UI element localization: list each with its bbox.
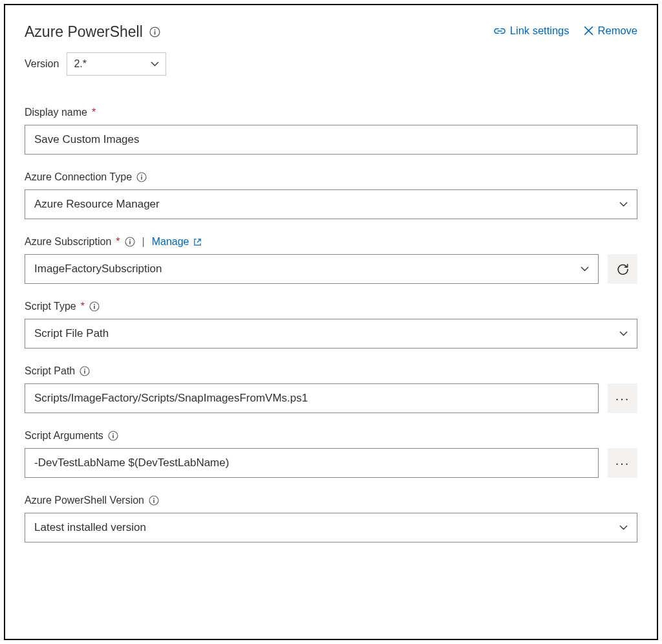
info-icon[interactable] bbox=[149, 27, 160, 38]
ps-version-label: Azure PowerShell Version bbox=[25, 495, 144, 506]
subscription-value: ImageFactorySubscription bbox=[34, 263, 162, 275]
svg-rect-17 bbox=[112, 435, 114, 438]
version-row: Version 2.* bbox=[25, 52, 637, 76]
connection-type-field: Azure Connection Type Azure Resource Man… bbox=[25, 171, 637, 219]
svg-point-16 bbox=[112, 433, 114, 435]
svg-rect-14 bbox=[84, 370, 85, 374]
chevron-down-icon bbox=[581, 266, 589, 272]
version-dropdown[interactable]: 2.* bbox=[67, 52, 166, 76]
svg-point-10 bbox=[94, 304, 95, 305]
info-icon[interactable] bbox=[108, 431, 118, 441]
svg-point-13 bbox=[84, 369, 85, 370]
script-arguments-label: Script Arguments bbox=[25, 430, 103, 442]
remove-label: Remove bbox=[598, 25, 637, 37]
svg-rect-20 bbox=[153, 500, 155, 503]
version-label: Version bbox=[25, 58, 59, 70]
connection-type-select[interactable]: Azure Resource Manager bbox=[25, 189, 637, 219]
script-path-field: Script Path ··· bbox=[25, 365, 637, 413]
info-icon[interactable] bbox=[89, 301, 100, 312]
svg-rect-5 bbox=[141, 177, 142, 180]
divider: | bbox=[142, 236, 145, 248]
subscription-label: Azure Subscription bbox=[25, 236, 111, 248]
version-dropdown-value: 2.* bbox=[74, 58, 87, 70]
info-icon[interactable] bbox=[80, 366, 90, 376]
svg-point-7 bbox=[129, 239, 131, 241]
script-type-field: Script Type * Script File Path bbox=[25, 301, 637, 349]
info-icon[interactable] bbox=[125, 237, 135, 247]
svg-point-19 bbox=[153, 498, 155, 499]
azure-powershell-task-panel: Azure PowerShell Link settings bbox=[4, 4, 658, 640]
svg-point-4 bbox=[141, 175, 142, 176]
display-name-label: Display name bbox=[25, 107, 87, 118]
script-type-value: Script File Path bbox=[34, 327, 109, 340]
connection-type-label: Azure Connection Type bbox=[25, 171, 132, 183]
info-icon[interactable] bbox=[136, 172, 147, 182]
svg-point-1 bbox=[154, 29, 155, 30]
required-asterisk: * bbox=[81, 301, 85, 312]
script-type-label: Script Type bbox=[25, 301, 76, 312]
subscription-select[interactable]: ImageFactorySubscription bbox=[25, 254, 599, 284]
ps-version-select[interactable]: Latest installed version bbox=[25, 513, 637, 542]
link-settings-button[interactable]: Link settings bbox=[494, 25, 570, 37]
page-title: Azure PowerShell bbox=[25, 23, 143, 41]
script-arguments-field: Script Arguments ··· bbox=[25, 430, 637, 478]
refresh-button[interactable] bbox=[608, 254, 637, 284]
required-asterisk: * bbox=[116, 236, 120, 248]
refresh-icon bbox=[617, 263, 629, 275]
manage-label: Manage bbox=[152, 236, 189, 248]
script-path-input[interactable] bbox=[25, 383, 599, 413]
script-type-select[interactable]: Script File Path bbox=[25, 319, 637, 349]
svg-rect-2 bbox=[154, 31, 155, 34]
display-name-field: Display name * bbox=[25, 107, 637, 155]
chevron-down-icon bbox=[619, 202, 628, 207]
remove-button[interactable]: Remove bbox=[584, 25, 637, 37]
subscription-field: Azure Subscription * | Manage ImageFacto… bbox=[25, 236, 637, 284]
header-row: Azure PowerShell Link settings bbox=[25, 23, 637, 41]
external-link-icon bbox=[193, 238, 202, 246]
ps-version-value: Latest installed version bbox=[34, 521, 146, 534]
ps-version-field: Azure PowerShell Version Latest installe… bbox=[25, 495, 637, 542]
svg-rect-8 bbox=[129, 241, 131, 244]
chevron-down-icon bbox=[619, 525, 628, 530]
info-icon[interactable] bbox=[149, 495, 159, 506]
browse-script-arguments-button[interactable]: ··· bbox=[608, 448, 637, 478]
script-path-label: Script Path bbox=[25, 365, 75, 377]
chevron-down-icon bbox=[151, 61, 159, 67]
svg-rect-11 bbox=[94, 306, 95, 309]
connection-type-value: Azure Resource Manager bbox=[34, 198, 160, 211]
script-arguments-input[interactable] bbox=[25, 448, 599, 478]
display-name-input[interactable] bbox=[25, 125, 637, 155]
required-asterisk: * bbox=[92, 107, 96, 118]
browse-script-path-button[interactable]: ··· bbox=[608, 383, 637, 413]
manage-subscription-link[interactable]: Manage bbox=[152, 236, 202, 248]
link-settings-label: Link settings bbox=[510, 25, 570, 37]
chevron-down-icon bbox=[619, 331, 628, 336]
